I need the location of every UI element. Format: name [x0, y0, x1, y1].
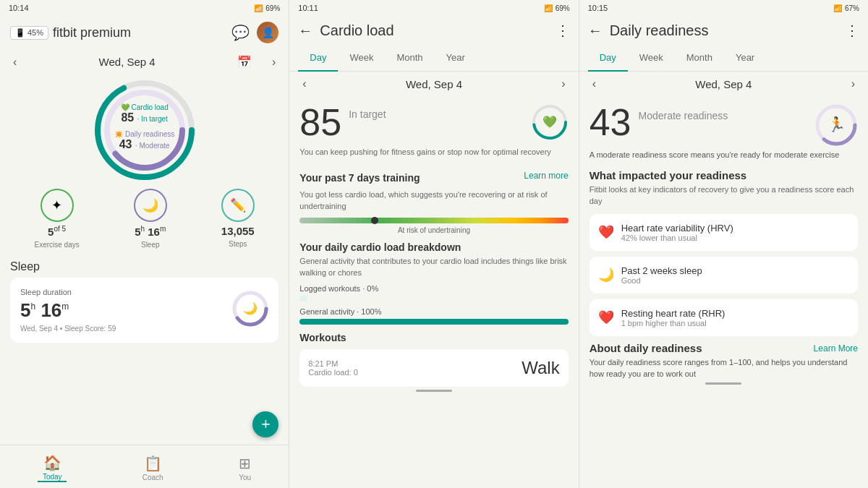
tab-day-2[interactable]: Day [298, 45, 338, 72]
logged-workouts-row: Logged workouts · 0% [299, 284, 568, 293]
heart-icon-small: 💚 [121, 103, 129, 111]
breakdown-title: Your daily cardio load breakdown [299, 241, 568, 253]
about-title-row: About daily readiness Learn More [590, 342, 858, 354]
workout-name: Walk [522, 358, 559, 378]
nav-today[interactable]: 🏠 Today [30, 451, 74, 485]
wifi-icon-3: 📶 [833, 4, 842, 12]
more-button-2[interactable]: ⋮ [556, 22, 570, 39]
prev-date-btn-2[interactable]: ‹ [298, 76, 310, 92]
battery-icon-3: 67% [845, 4, 859, 12]
workout-time: 8:21 PM [308, 359, 358, 368]
workouts-title: Workouts [299, 332, 568, 343]
next-date-btn-2[interactable]: › [557, 76, 569, 92]
steps-value: 13,055 [221, 225, 255, 237]
battery-icon-2: 69% [556, 4, 570, 12]
sleep-card[interactable]: Sleep duration 5h 16m Wed, Sep 4 • Sleep… [10, 278, 278, 343]
learn-more-btn-3[interactable]: Learn More [814, 343, 858, 354]
prev-date-btn-1[interactable]: ‹ [9, 54, 21, 70]
p2-header: ← Cardio load ⋮ [289, 16, 578, 45]
sleep-stat[interactable]: 🌙 5h 16m Sleep [134, 189, 167, 249]
message-icon[interactable]: 💬 [231, 24, 250, 41]
cardio-score-value: 85 · In target [109, 111, 181, 124]
tab-month-3[interactable]: Month [675, 45, 724, 72]
date-nav-3: ‹ Wed, Sep 4 › [579, 72, 868, 96]
panel-daily-readiness: 10:15 📶 67% ← Daily readiness ⋮ Day Week… [579, 0, 868, 488]
next-date-btn-1[interactable]: › [268, 54, 280, 70]
learn-more-btn[interactable]: Learn more [524, 171, 568, 181]
sleep-impact-title: Past 2 weeks sleep [621, 265, 702, 276]
nav-active-indicator [38, 481, 67, 482]
cl-score-row: 85 In target 💚 [299, 103, 568, 141]
steps-icon: ✏️ [230, 197, 246, 213]
sleep-duration-label: Sleep duration [20, 288, 116, 296]
past-sleep-icon: 🌙 [598, 267, 614, 283]
you-icon: ⊞ [239, 455, 251, 472]
tabs-3: Day Week Month Year [579, 45, 868, 72]
logged-workouts-bar [299, 296, 307, 301]
impact-card-rhr[interactable]: ❤️ Resting heart rate (RHR) 1 bpm higher… [590, 299, 858, 336]
readiness-metric-title: ✴️ Daily readiness [109, 130, 181, 138]
general-activity-row: General activity · 100% [299, 307, 568, 316]
exercise-stat[interactable]: ✦ 5of 5 Exercise days [35, 189, 80, 249]
impact-card-sleep[interactable]: 🌙 Past 2 weeks sleep Good [590, 257, 858, 294]
fab-add-button[interactable]: + [252, 411, 278, 437]
calendar-icon-1[interactable]: 📅 [233, 53, 256, 70]
tab-year-3[interactable]: Year [724, 45, 766, 72]
tab-day-3[interactable]: Day [588, 45, 628, 72]
next-date-btn-3[interactable]: › [847, 76, 859, 92]
tab-week-2[interactable]: Week [338, 45, 385, 72]
exercise-label: Exercise days [35, 241, 80, 249]
workout-card[interactable]: 8:21 PM Cardio load: 0 Walk [299, 349, 568, 387]
back-button-3[interactable]: ← [588, 22, 603, 39]
sleep-section: Sleep Sleep duration 5h 16m Wed, Sep 4 •… [0, 254, 289, 346]
today-icon: 🏠 [43, 454, 61, 471]
tab-week-3[interactable]: Week [628, 45, 675, 72]
nav-coach-label: Coach [142, 474, 163, 481]
tablet-icon: 📱 [15, 28, 25, 38]
dr-score-desc: A moderate readiness score means you're … [590, 150, 858, 160]
past-days-row: Your past 7 days training Learn more [299, 165, 568, 187]
status-icons-1: 📶 69% [254, 4, 280, 12]
panel-fitbit-premium: 10:14 📶 69% 📱 45% fitbit premium 💬 👤 ‹ W… [0, 0, 289, 488]
status-bar-1: 10:14 📶 69% [0, 0, 289, 16]
scroll-indicator-2 [416, 390, 452, 392]
stats-row: ✦ 5of 5 Exercise days 🌙 5h 16m Sleep ✏️ … [0, 183, 289, 254]
back-button-2[interactable]: ← [298, 22, 312, 39]
status-icons-3: 📶 67% [833, 4, 859, 12]
tab-month-2[interactable]: Month [385, 45, 434, 72]
more-button-3[interactable]: ⋮ [845, 22, 859, 39]
workout-info: 8:21 PM Cardio load: 0 [308, 359, 358, 377]
steps-icon-circle: ✏️ [221, 189, 255, 222]
cardio-metric: 💚 Cardio load 85 · In target [109, 103, 181, 124]
nav-coach[interactable]: 📋 Coach [135, 452, 171, 484]
rings-area: 💚 Cardio load 85 · In target ✴️ Daily re… [0, 74, 289, 183]
impact-sleep-info: Past 2 weeks sleep Good [621, 265, 702, 285]
cl-score-info: In target [349, 103, 386, 121]
nav-you-label: You [239, 474, 251, 481]
training-bar [299, 218, 568, 223]
about-title: About daily readiness [590, 342, 814, 354]
sleep-section-title: Sleep [10, 260, 278, 273]
breakdown-desc: General activity that contributes to you… [299, 256, 568, 278]
tab-year-2[interactable]: Year [435, 45, 477, 72]
prev-date-btn-3[interactable]: ‹ [588, 76, 600, 92]
nav-today-label: Today [43, 473, 62, 481]
general-activity-label: General activity · 100% [299, 307, 381, 316]
sleep-card-left: Sleep duration 5h 16m Wed, Sep 4 • Sleep… [20, 288, 116, 333]
cl-heart-icon: 💚 [531, 103, 569, 141]
p3-header: ← Daily readiness ⋮ [579, 16, 868, 45]
avatar[interactable]: 👤 [257, 22, 278, 43]
status-bar-2: 10:11 📶 69% [289, 0, 578, 16]
impact-card-hrv[interactable]: ❤️ Heart rate variability (HRV) 42% lowe… [590, 214, 858, 251]
impact-section-title: What impacted your readiness [590, 169, 858, 181]
nav-you[interactable]: ⊞ You [231, 452, 258, 484]
dr-score-left: 43 [590, 103, 631, 141]
p2-title: Cardio load [320, 22, 548, 39]
about-section: About daily readiness Learn More Your da… [590, 342, 858, 380]
logged-workouts-label: Logged workouts · 0% [299, 284, 378, 293]
about-desc: Your daily readiness score ranges from 1… [590, 357, 858, 380]
readiness-score-value: 43 · Moderate [109, 138, 181, 151]
sleep-meta: Wed, Sep 4 • Sleep Score: 59 [20, 325, 116, 333]
steps-stat[interactable]: ✏️ 13,055 Steps [221, 189, 255, 249]
sleep-impact-sub: Good [621, 276, 702, 285]
